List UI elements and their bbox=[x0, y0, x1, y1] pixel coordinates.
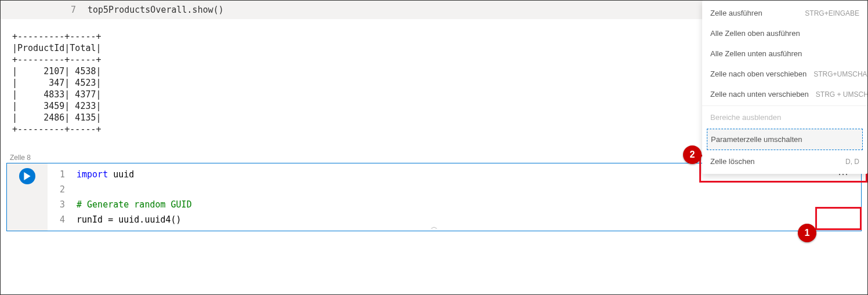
run-cell-button[interactable] bbox=[19, 168, 35, 184]
menu-separator bbox=[702, 105, 867, 106]
menu-shortcut: D, D bbox=[845, 158, 859, 166]
module-name: uuid bbox=[108, 169, 134, 180]
menu-toggle-parameter-cell[interactable]: Parameterzelle umschalten bbox=[707, 129, 863, 150]
comment: # Generate random GUID bbox=[77, 199, 192, 210]
lineno: 1 bbox=[48, 167, 65, 182]
lineno: 2 bbox=[48, 182, 65, 197]
callout-badge-2: 2 bbox=[683, 145, 702, 164]
collapse-handle[interactable]: ︿ bbox=[431, 222, 438, 232]
menu-label: Parameterzelle umschalten bbox=[711, 135, 802, 144]
menu-move-up[interactable]: Zelle nach oben verschieben STRG+UMSCHAL… bbox=[702, 64, 867, 84]
menu-run-below[interactable]: Alle Zellen unten ausführen bbox=[702, 43, 867, 64]
menu-shortcut: STRG+EINGABE bbox=[805, 9, 859, 17]
lineno: 3 bbox=[48, 197, 65, 212]
cell-7-lineno: 7 bbox=[59, 3, 88, 17]
cell-8-run-gutter bbox=[7, 163, 48, 231]
kw-import: import bbox=[77, 169, 108, 180]
menu-shortcut: STRG + UMSCHALT bbox=[816, 90, 867, 99]
callout-badge-1: 1 bbox=[798, 224, 816, 242]
menu-hide-ranges: Bereiche ausblenden bbox=[702, 107, 867, 128]
cell-7-gutter bbox=[1, 3, 59, 17]
cell-context-menu: Zelle ausführen STRG+EINGABE Alle Zellen… bbox=[702, 1, 867, 174]
cell-7-code: top5ProductsOverall.show() bbox=[88, 3, 224, 17]
lineno: 4 bbox=[48, 212, 65, 227]
menu-label: Zelle nach unten verschieben bbox=[710, 90, 809, 99]
play-icon bbox=[23, 172, 31, 180]
menu-label: Bereiche ausblenden bbox=[710, 113, 781, 122]
menu-label: Zelle löschen bbox=[710, 157, 755, 166]
menu-run-cell[interactable]: Zelle ausführen STRG+EINGABE bbox=[702, 3, 867, 23]
notebook-area: 7 top5ProductsOverall.show() +---------+… bbox=[1, 1, 867, 294]
menu-label: Zelle nach oben verschieben bbox=[710, 70, 807, 78]
menu-label: Alle Zellen oben ausführen bbox=[710, 29, 800, 38]
menu-move-down[interactable]: Zelle nach unten verschieben STRG + UMSC… bbox=[702, 84, 867, 104]
code-text: top5ProductsOverall.show() bbox=[88, 5, 224, 15]
menu-shortcut: STRG+UMSCHALT bbox=[813, 70, 867, 78]
menu-label: Zelle ausführen bbox=[710, 9, 762, 17]
cell-8-linenos: 1 2 3 4 bbox=[48, 163, 71, 231]
menu-label: Alle Zellen unten ausführen bbox=[710, 49, 802, 58]
menu-run-above[interactable]: Alle Zellen oben ausführen bbox=[702, 23, 867, 43]
chevron-up-icon: ︿ bbox=[431, 223, 438, 231]
code-line: runId = uuid.uuid4() bbox=[77, 214, 181, 225]
menu-delete-cell[interactable]: Zelle löschen D, D bbox=[702, 151, 867, 172]
